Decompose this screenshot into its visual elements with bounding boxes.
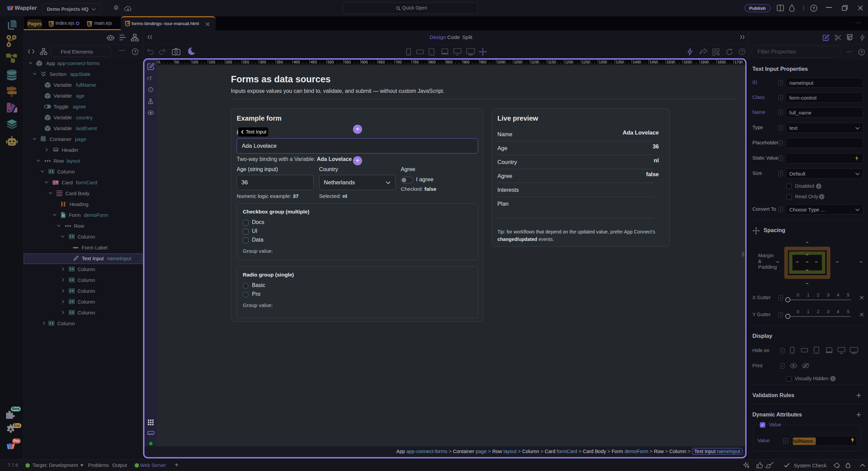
svg-text:?: ?	[134, 49, 137, 54]
svg-text:?: ?	[741, 49, 744, 54]
svg-text:?: ?	[860, 50, 863, 55]
svg-text:?: ?	[812, 6, 815, 11]
